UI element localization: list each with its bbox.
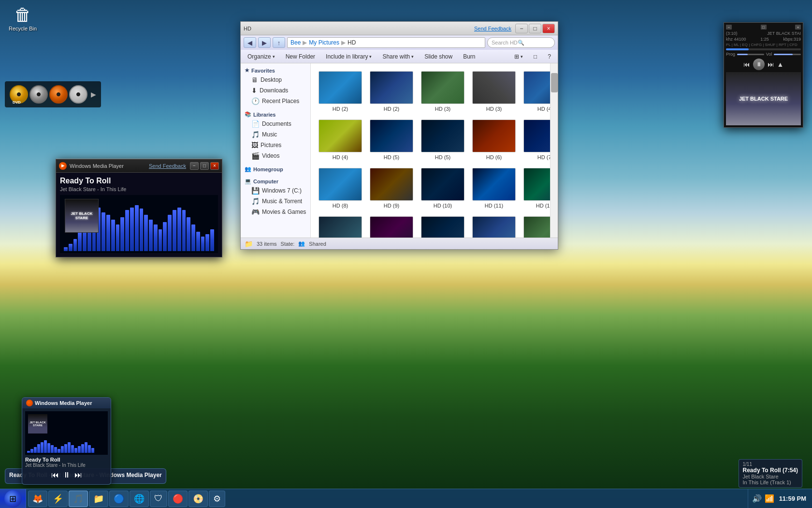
thumbnail-item[interactable]: HD (12): [522, 166, 550, 210]
menu-slide-show[interactable]: Slide show: [420, 51, 457, 62]
sidebar-item-pictures[interactable]: 🖼 Pictures: [241, 140, 310, 150]
thumbnail-item[interactable]: HD (5): [419, 118, 466, 162]
menu-burn[interactable]: Burn: [458, 51, 480, 62]
thumbnail-image: [523, 71, 550, 104]
explorer-close-button[interactable]: ×: [542, 24, 555, 33]
taskbar-item-extra1[interactable]: 🔵: [109, 491, 129, 507]
taskbar-item-extra6[interactable]: ⚙: [209, 491, 225, 507]
sidebar-libraries-header[interactable]: 📚 Libraries: [241, 109, 310, 119]
wmp-mini-progress[interactable]: [726, 48, 801, 50]
explorer-forward-button[interactable]: ▶: [258, 37, 271, 48]
thumbnail-image: [421, 120, 464, 152]
viz-bar: [177, 208, 181, 251]
sidebar-favorites-header[interactable]: ★ Favorites: [241, 65, 310, 75]
tray-icon-network[interactable]: 📶: [765, 494, 774, 503]
sidebar-item-recent-places[interactable]: 🕐 Recent Places: [241, 96, 310, 106]
thumbnail-item[interactable]: HD (13): [317, 214, 364, 238]
wmp-mini-next-button[interactable]: ⏭: [768, 60, 774, 68]
thumbnail-item[interactable]: HD (9): [368, 166, 415, 210]
thumbnail-item[interactable]: HD (15): [419, 214, 466, 238]
thumbnail-item[interactable]: HD (16): [470, 214, 518, 238]
sidebar-documents-label: Documents: [262, 120, 291, 127]
cd-arrow[interactable]: ▶: [91, 90, 96, 98]
sidebar-item-desktop[interactable]: 🖥 Desktop: [241, 75, 310, 85]
explorer-back-button[interactable]: ◀: [244, 37, 256, 48]
scrollbar-thumb[interactable]: [551, 73, 558, 92]
explorer-minimize-button[interactable]: −: [515, 24, 528, 33]
sidebar-item-videos[interactable]: 🎬 Videos: [241, 150, 310, 161]
taskbar-item-explorer-bar[interactable]: 📁: [89, 491, 108, 507]
thumbnail-item[interactable]: HD (8): [317, 166, 364, 210]
thumbnail-item[interactable]: HD (14): [368, 214, 415, 238]
menu-help[interactable]: ?: [543, 51, 556, 62]
taskbar-item-wmp[interactable]: 🎵: [69, 491, 88, 507]
thumbnail-item[interactable]: HD (6): [470, 118, 518, 162]
search-box[interactable]: Search HD 🔍: [487, 37, 555, 48]
taskbar-item-extra5[interactable]: 📀: [188, 491, 208, 507]
menu-new-folder[interactable]: New Folder: [281, 51, 320, 62]
thumbnail-item[interactable]: HD (11): [470, 166, 518, 210]
taskbar-items: 🦊 ⚡ 🎵 📁 🔵 🌐 🛡 🔴 📀 ⚙: [26, 491, 748, 507]
tray-icon-volume[interactable]: 🔊: [752, 494, 762, 503]
cd-silver[interactable]: [29, 85, 48, 104]
explorer-maximize-button[interactable]: □: [529, 24, 541, 33]
thumbnail-image: [523, 120, 550, 152]
thumbnail-item[interactable]: HD (5): [368, 118, 415, 162]
thumbnail-item[interactable]: HD (2): [368, 69, 415, 114]
thumbnail-item[interactable]: HD (7): [522, 118, 550, 162]
wtp-pause-button[interactable]: ⏸: [63, 471, 71, 479]
cd-lightgray[interactable]: [69, 85, 87, 104]
menu-organize[interactable]: Organize ▾: [243, 51, 280, 62]
wtp-next-button[interactable]: ⏭: [74, 471, 82, 479]
wmp-mini-play-button[interactable]: ⏸: [753, 59, 765, 70]
thumbnail-image: [472, 120, 516, 152]
taskbar-item-extra3[interactable]: 🛡: [150, 491, 167, 507]
thumbnail-item[interactable]: HD (4): [522, 69, 550, 114]
viz-bar: [102, 212, 105, 251]
wmp-mini-maximize[interactable]: □: [761, 25, 767, 30]
explorer-send-feedback[interactable]: Send Feedback: [474, 26, 511, 31]
viz-bar: [120, 217, 124, 251]
thumbnail-item[interactable]: HD (3): [419, 69, 466, 114]
wtp-prev-button[interactable]: ⏮: [51, 471, 59, 479]
tray-time-area[interactable]: 11:59 PM: [777, 495, 808, 502]
sidebar-item-music-torrent[interactable]: 🎵 Music & Torrent: [241, 196, 310, 207]
breadcrumb-bee[interactable]: Bee: [290, 39, 301, 46]
wmp-minimize-button[interactable]: −: [190, 162, 199, 170]
menu-view-options[interactable]: ⊞ ▾: [509, 51, 528, 62]
thumbnail-item[interactable]: HD (4): [317, 118, 364, 162]
thumbnail-item[interactable]: HD (17): [522, 214, 550, 238]
menu-include-library[interactable]: Include in library ▾: [321, 51, 377, 62]
sidebar-item-documents[interactable]: 📄 Documents: [241, 119, 310, 129]
thumbnail-item[interactable]: HD (2): [317, 69, 364, 114]
taskbar-item-extra2[interactable]: 🌐: [130, 491, 149, 507]
wmp-mini-close[interactable]: ×: [795, 25, 801, 30]
sidebar-item-windows7[interactable]: 💾 Windows 7 (C:): [241, 185, 310, 196]
wmp-send-feedback-link[interactable]: Send Feedback: [149, 163, 186, 169]
wmp-mini-vol-up-button[interactable]: ▲: [777, 60, 784, 68]
wmp-mini-prev-button[interactable]: ⏮: [743, 60, 750, 68]
wmp-close-button[interactable]: ×: [210, 162, 219, 170]
breadcrumb-my-pictures[interactable]: My Pictures: [309, 39, 339, 46]
start-button[interactable]: ⊞: [0, 489, 26, 508]
menu-share-with[interactable]: Share with ▾: [377, 51, 419, 62]
menu-preview-pane[interactable]: □: [529, 51, 542, 62]
wmp-maximize-button[interactable]: □: [200, 162, 209, 170]
taskbar-item-extra4[interactable]: 🔴: [168, 491, 188, 507]
cd-gold[interactable]: DVD: [10, 85, 28, 104]
sidebar-computer-header[interactable]: 💻 Computer: [241, 176, 310, 185]
sidebar-homegroup-header[interactable]: 👥 Homegroup: [241, 164, 310, 173]
taskbar-item-firefox[interactable]: 🦊: [28, 491, 47, 507]
sidebar-item-music[interactable]: 🎵 Music: [241, 129, 310, 140]
thumbnail-label: HD (12): [536, 203, 550, 209]
sidebar-item-movies-games[interactable]: 🎮 Movies & Games: [241, 207, 310, 217]
sidebar-item-downloads[interactable]: ⬇ Downloads: [241, 85, 310, 96]
wmp-mini-minimize[interactable]: −: [726, 25, 732, 30]
thumbnail-item[interactable]: HD (3): [470, 69, 518, 114]
explorer-scrollbar[interactable]: [550, 63, 558, 238]
cd-orange[interactable]: [49, 85, 68, 104]
taskbar-item-flash[interactable]: ⚡: [48, 491, 68, 507]
thumbnail-item[interactable]: HD (10): [419, 166, 466, 210]
explorer-up-button[interactable]: ↑: [273, 37, 285, 48]
recycle-bin-icon[interactable]: 🗑 Recycle Bin: [9, 5, 37, 32]
